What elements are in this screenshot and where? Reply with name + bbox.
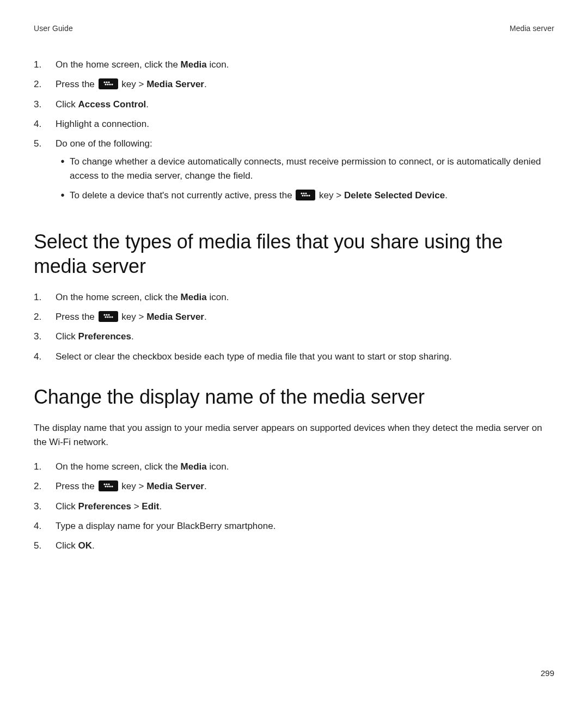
svg-point-9 <box>305 193 307 194</box>
sub-bullets: To change whether a device automatically… <box>56 155 554 203</box>
list-item: 3. Click Access Control. <box>34 98 554 112</box>
step-number: 5. <box>34 539 56 553</box>
svg-point-5 <box>109 84 111 86</box>
svg-point-11 <box>304 195 306 197</box>
step-body: On the home screen, click the Media icon… <box>56 460 554 474</box>
list-item: 5. Do one of the following: To change wh… <box>34 137 554 208</box>
step-number: 2. <box>34 310 56 324</box>
svg-point-8 <box>303 193 305 194</box>
step-body: Press the key > Media Server. <box>56 479 554 494</box>
step-body: Click Preferences > Edit. <box>56 500 554 514</box>
step-number: 4. <box>34 117 56 131</box>
svg-point-22 <box>106 484 107 485</box>
step-number: 3. <box>34 500 56 514</box>
svg-point-26 <box>109 486 111 488</box>
svg-point-4 <box>107 84 108 86</box>
svg-point-25 <box>107 486 108 488</box>
svg-point-17 <box>105 316 106 318</box>
step-number: 2. <box>34 77 56 92</box>
list-item: To change whether a device automatically… <box>56 155 554 184</box>
step-number: 2. <box>34 479 56 494</box>
step-body: Click Preferences. <box>56 330 554 344</box>
sub-body: To delete a device that's not currently … <box>70 188 554 203</box>
heading-select-media-types: Select the types of media files that you… <box>34 229 554 278</box>
svg-point-27 <box>111 486 113 488</box>
list-item: 5. Click OK. <box>34 539 554 553</box>
step-body: Select or clear the checkbox beside each… <box>56 350 554 364</box>
doc-page: User Guide Media server 1. On the home s… <box>0 0 588 706</box>
page-number: 299 <box>541 668 554 678</box>
step-body: Do one of the following: To change wheth… <box>56 137 554 208</box>
list-item: 4. Select or clear the checkbox beside e… <box>34 350 554 364</box>
steps-change-display-name: 1. On the home screen, click the Media i… <box>34 460 554 553</box>
header-left: User Guide <box>34 24 73 33</box>
list-item: 4. Highlight a connection. <box>34 117 554 131</box>
list-item: 1. On the home screen, click the Media i… <box>34 58 554 72</box>
list-item: 4. Type a display name for your BlackBer… <box>34 519 554 533</box>
svg-point-15 <box>106 314 107 315</box>
svg-point-6 <box>111 84 113 86</box>
step-number: 5. <box>34 137 56 151</box>
menu-key-icon <box>99 311 118 322</box>
list-item: To delete a device that's not currently … <box>56 188 554 203</box>
list-item: 3. Click Preferences. <box>34 330 554 344</box>
svg-point-23 <box>108 484 109 485</box>
svg-point-12 <box>307 195 308 197</box>
list-item: 3. Click Preferences > Edit. <box>34 500 554 514</box>
step-number: 4. <box>34 519 56 533</box>
svg-point-10 <box>302 195 304 197</box>
page-header: User Guide Media server <box>34 24 554 33</box>
step-body: On the home screen, click the Media icon… <box>56 58 554 72</box>
list-item: 1. On the home screen, click the Media i… <box>34 290 554 305</box>
list-item: 2. Press the key > Media Server. <box>34 77 554 92</box>
step-body: Type a display name for your BlackBerry … <box>56 519 554 533</box>
steps-access-control: 1. On the home screen, click the Media i… <box>34 58 554 209</box>
step-body: On the home screen, click the Media icon… <box>56 290 554 305</box>
step-number: 4. <box>34 350 56 364</box>
menu-key-icon <box>99 78 118 89</box>
svg-point-13 <box>309 195 310 197</box>
step-number: 1. <box>34 290 56 305</box>
step-body: Click OK. <box>56 539 554 553</box>
svg-point-20 <box>111 316 113 318</box>
header-right: Media server <box>510 24 554 33</box>
svg-point-0 <box>103 82 105 83</box>
step-number: 1. <box>34 460 56 474</box>
svg-point-3 <box>105 84 106 86</box>
steps-select-media-types: 1. On the home screen, click the Media i… <box>34 290 554 364</box>
svg-point-24 <box>105 486 106 488</box>
menu-key-icon <box>296 190 315 200</box>
list-item: 2. Press the key > Media Server. <box>34 310 554 324</box>
svg-point-16 <box>108 314 109 315</box>
svg-point-1 <box>106 82 107 83</box>
step-body: Press the key > Media Server. <box>56 77 554 92</box>
step-body: Click Access Control. <box>56 98 554 112</box>
display-name-paragraph: The display name that you assign to your… <box>34 421 554 450</box>
svg-point-18 <box>107 316 108 318</box>
step-body: Press the key > Media Server. <box>56 310 554 324</box>
list-item: 2. Press the key > Media Server. <box>34 479 554 494</box>
step-body: Highlight a connection. <box>56 117 554 131</box>
list-item: 1. On the home screen, click the Media i… <box>34 460 554 474</box>
step-number: 3. <box>34 98 56 112</box>
svg-point-21 <box>103 484 105 485</box>
svg-point-7 <box>301 193 303 194</box>
svg-point-14 <box>103 314 105 315</box>
step-number: 3. <box>34 330 56 344</box>
menu-key-icon <box>99 480 118 491</box>
step-number: 1. <box>34 58 56 72</box>
svg-point-2 <box>108 82 109 83</box>
heading-change-display-name: Change the display name of the media ser… <box>34 385 554 409</box>
svg-point-19 <box>109 316 111 318</box>
